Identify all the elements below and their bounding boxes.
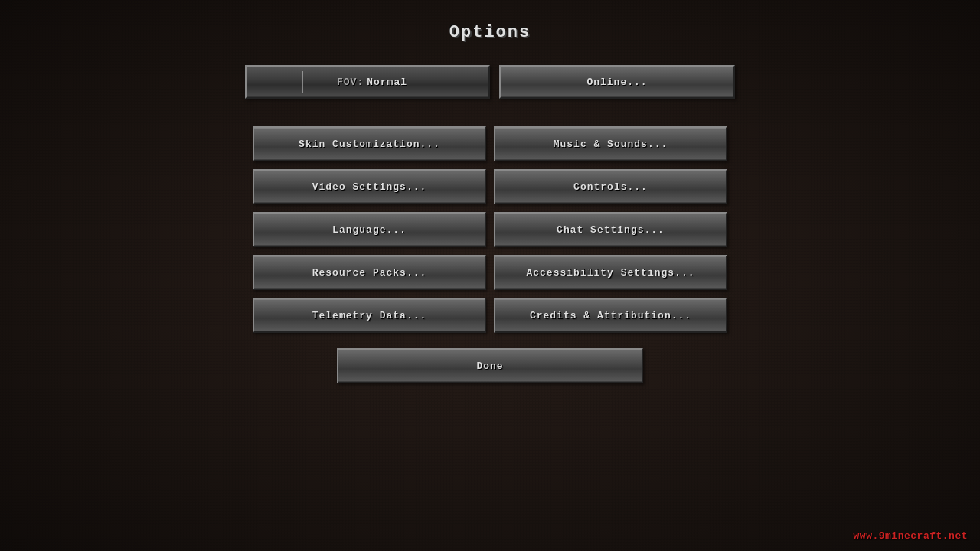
credits-attribution-button[interactable]: Credits & Attribution... — [494, 298, 727, 333]
done-button[interactable]: Done — [337, 348, 643, 383]
watermark: www.9minecraft.net — [854, 530, 968, 542]
music-sounds-button[interactable]: Music & Sounds... — [494, 126, 727, 161]
page-title: Options — [449, 23, 531, 42]
video-settings-button[interactable]: Video Settings... — [253, 169, 486, 204]
controls-button[interactable]: Controls... — [494, 169, 727, 204]
online-button[interactable]: Online... — [499, 65, 735, 99]
telemetry-data-button[interactable]: Telemetry Data... — [253, 298, 486, 333]
fov-slider[interactable]: FOV:Normal — [245, 65, 490, 99]
top-controls-row: FOV:Normal Online... — [245, 65, 735, 99]
resource-packs-button[interactable]: Resource Packs... — [253, 255, 486, 290]
fov-value: Normal — [367, 77, 407, 88]
chat-settings-button[interactable]: Chat Settings... — [494, 212, 727, 247]
fov-label: FOV: — [337, 77, 364, 88]
accessibility-settings-button[interactable]: Accessibility Settings... — [494, 255, 727, 290]
skin-customization-button[interactable]: Skin Customization... — [253, 126, 486, 161]
options-grid: Skin Customization... Music & Sounds... … — [253, 126, 727, 333]
language-button[interactable]: Language... — [253, 212, 486, 247]
